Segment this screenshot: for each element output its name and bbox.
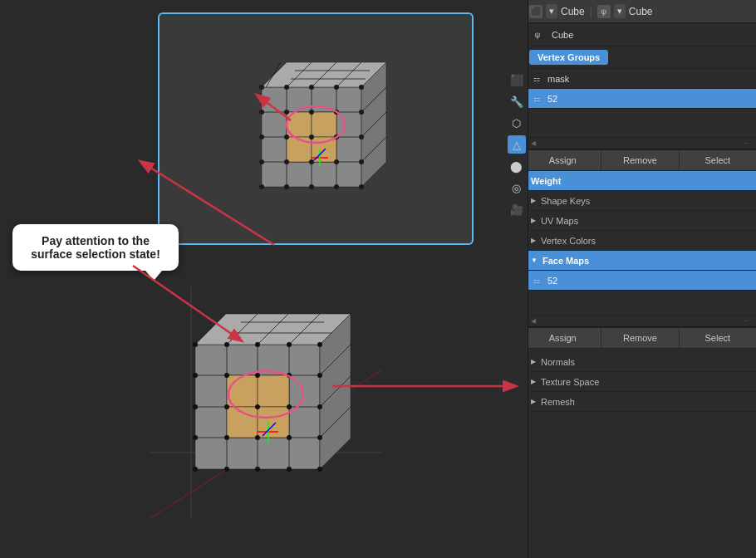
- face-maps-spacer: [524, 291, 756, 316]
- svg-point-95: [317, 404, 322, 409]
- svg-rect-9: [312, 112, 336, 137]
- svg-point-36: [309, 110, 314, 115]
- side-icon-material[interactable]: ⬤: [508, 157, 526, 175]
- uv-maps-label: UV Maps: [541, 216, 578, 226]
- svg-point-24: [284, 85, 289, 90]
- svg-point-82: [287, 342, 292, 347]
- svg-point-31: [259, 184, 264, 189]
- header-vertex-icon: ψ: [597, 5, 611, 18]
- select-button-top[interactable]: Select: [680, 150, 756, 170]
- svg-point-47: [359, 184, 364, 189]
- svg-point-97: [255, 435, 260, 440]
- scroll-area-top: ◀ ····: [524, 138, 756, 149]
- face-maps-label: Face Maps: [542, 256, 589, 266]
- svg-point-89: [255, 373, 260, 378]
- header-separator: |: [590, 6, 592, 17]
- weight-label: Weight: [531, 176, 561, 186]
- header-object-name: Cube: [561, 6, 585, 17]
- face-maps-item-52[interactable]: ⚏ 52: [524, 271, 756, 291]
- side-icon-particles[interactable]: ⬡: [508, 114, 526, 132]
- svg-point-26: [334, 85, 339, 90]
- vertex-colors-label: Vertex Colors: [541, 236, 596, 246]
- remesh-section[interactable]: ▶ Remesh: [524, 392, 756, 412]
- svg-point-34: [284, 159, 289, 164]
- uv-maps-section[interactable]: ▶ UV Maps: [524, 211, 756, 231]
- cube-top-svg: [224, 37, 407, 220]
- normals-arrow: ▶: [531, 358, 536, 365]
- svg-point-80: [224, 342, 229, 347]
- properties-row: ψ Cube: [524, 23, 756, 46]
- svg-point-86: [193, 435, 198, 440]
- header-object-icon: ⬛: [529, 5, 542, 18]
- svg-point-44: [359, 110, 364, 115]
- list-item-52[interactable]: ⚏ 52: [524, 89, 756, 109]
- right-panel: ⬛ ▾ Cube | ψ ▾ Cube ψ Cube Vertex Groups…: [523, 0, 756, 558]
- texture-space-section[interactable]: ▶ Texture Space: [524, 372, 756, 392]
- list-icon-mask: ⚏: [531, 73, 542, 85]
- side-icon-data[interactable]: △: [508, 135, 526, 154]
- svg-point-83: [317, 342, 322, 347]
- svg-point-91: [317, 373, 322, 378]
- header-dropdown-2[interactable]: ▾: [614, 4, 626, 18]
- list-text-mask: mask: [547, 74, 569, 84]
- svg-point-38: [309, 159, 314, 164]
- shape-keys-arrow: ▶: [531, 197, 536, 204]
- viewport-area: Pay attention to the surface selection s…: [0, 0, 523, 558]
- svg-point-39: [309, 184, 314, 189]
- svg-point-92: [224, 404, 229, 409]
- scroll-left-arrow[interactable]: ◀: [531, 140, 536, 147]
- cube-bottom-container: [25, 274, 507, 531]
- svg-point-27: [359, 85, 364, 90]
- prop-icon-vertex[interactable]: ψ: [529, 27, 546, 43]
- assign-button-top[interactable]: Assign: [524, 150, 601, 170]
- shape-keys-section[interactable]: ▶ Shape Keys: [524, 191, 756, 211]
- remesh-arrow: ▶: [531, 398, 536, 405]
- scroll-left-arrow-2[interactable]: ◀: [531, 317, 536, 325]
- face-maps-item-text: 52: [547, 276, 557, 286]
- remove-button-bottom[interactable]: Remove: [601, 328, 679, 348]
- action-buttons-top: Assign Remove Select: [524, 149, 756, 171]
- texture-space-label: Texture Space: [541, 377, 599, 387]
- svg-rect-68: [258, 407, 289, 438]
- svg-point-88: [224, 373, 229, 378]
- svg-point-45: [359, 135, 364, 140]
- scroll-dots-2: ····: [742, 317, 749, 325]
- remesh-label: Remesh: [541, 397, 575, 407]
- svg-point-100: [224, 467, 229, 472]
- side-icon-world[interactable]: ◎: [508, 179, 526, 197]
- side-icon-view[interactable]: 🎥: [508, 200, 526, 218]
- action-buttons-bottom: Assign Remove Select: [524, 327, 756, 349]
- list-item-mask[interactable]: ⚏ mask: [524, 69, 756, 89]
- bottom-sections: ▶ Normals ▶ Texture Space ▶ Remesh: [524, 352, 756, 412]
- vertex-groups-row: Vertex Groups: [524, 46, 756, 69]
- shape-keys-label: Shape Keys: [541, 196, 590, 206]
- svg-point-103: [317, 467, 322, 472]
- header-dropdown-1[interactable]: ▾: [546, 4, 557, 18]
- select-button-bottom[interactable]: Select: [680, 328, 756, 348]
- side-icon-object[interactable]: ⬛: [508, 71, 526, 89]
- svg-point-85: [193, 404, 198, 409]
- viewport-bottom: [25, 274, 507, 531]
- header-mesh-name: Cube: [629, 6, 653, 17]
- weight-row: Weight: [524, 171, 756, 191]
- svg-point-25: [309, 85, 314, 90]
- svg-point-87: [193, 467, 198, 472]
- annotation-box: Pay attention to the surface selection s…: [12, 224, 179, 271]
- list-text-52: 52: [547, 94, 557, 104]
- svg-rect-66: [258, 375, 289, 407]
- svg-point-84: [193, 373, 198, 378]
- cube-bottom-svg: [150, 286, 382, 519]
- side-icon-modifier[interactable]: 🔧: [508, 92, 526, 110]
- normals-section[interactable]: ▶ Normals: [524, 352, 756, 372]
- cube-top-container: [160, 14, 472, 243]
- svg-point-99: [317, 435, 322, 440]
- face-maps-section[interactable]: ▼ Face Maps: [524, 251, 756, 271]
- scroll-dots: ····: [742, 140, 749, 147]
- vertex-colors-section[interactable]: ▶ Vertex Colors: [524, 231, 756, 251]
- svg-point-96: [224, 435, 229, 440]
- assign-button-bottom[interactable]: Assign: [524, 328, 601, 348]
- remove-button-top[interactable]: Remove: [601, 150, 679, 170]
- svg-rect-10: [287, 137, 312, 162]
- svg-point-42: [334, 159, 339, 164]
- vertex-groups-button[interactable]: Vertex Groups: [529, 50, 608, 65]
